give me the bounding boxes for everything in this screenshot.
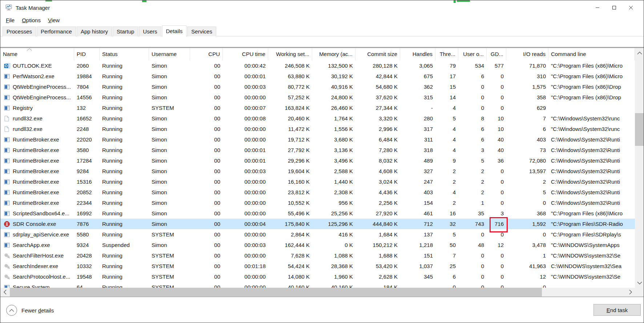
cell: 23,812 K: [268, 187, 312, 198]
screenshot-artifact: [454, 0, 456, 3]
vertical-scrollbar[interactable]: [635, 48, 644, 288]
scroll-up-icon[interactable]: [635, 48, 644, 57]
cell: 40,916 K: [312, 81, 355, 92]
cell: 151: [400, 250, 435, 261]
table-row[interactable]: SearchProtocolHost.e...19548RunningSYSTE…: [0, 271, 635, 282]
column-header-commit-size[interactable]: Commit size: [355, 48, 400, 60]
cell: 403: [400, 187, 435, 198]
column-header-username[interactable]: Username: [149, 48, 190, 60]
table-row[interactable]: SearchApp.exe9324SuspendedSimon0000:00:0…: [0, 240, 635, 250]
horizontal-scrollbar-thumb[interactable]: [10, 288, 542, 296]
tab-processes[interactable]: Processes: [3, 27, 36, 36]
fewer-details-label: Fewer details: [21, 307, 54, 314]
cell: 80,772 K: [268, 81, 312, 92]
table-row[interactable]: RuntimeBroker.exe15316RunningSimon0000:0…: [0, 176, 635, 187]
tab-users[interactable]: Users: [139, 27, 161, 36]
table-row[interactable]: SDR Console.exe7876RunningSimon0000:00:0…: [0, 219, 635, 229]
cell: 00:00:00: [223, 208, 268, 219]
scroll-right-icon[interactable]: [626, 288, 635, 296]
column-header-cpu-time[interactable]: CPU time: [223, 48, 268, 60]
scroll-down-icon[interactable]: [635, 278, 644, 288]
tab-details[interactable]: Details: [162, 25, 187, 37]
cell: 00:00:08: [223, 113, 268, 124]
table-row[interactable]: rundll32.exe2248RunningSimon0000:00:0011…: [0, 124, 635, 134]
table-row[interactable]: QtWebEngineProcess...14556RunningSimon00…: [0, 92, 635, 103]
column-header-cpu[interactable]: CPU: [190, 48, 223, 60]
cell: 132,500 K: [312, 60, 355, 71]
table-row[interactable]: rundll32.exe16652RunningSimon0000:00:082…: [0, 113, 635, 124]
cell: 12: [487, 240, 506, 250]
maximize-button[interactable]: [606, 0, 623, 15]
column-header-thre[interactable]: Thre...: [435, 48, 458, 60]
cell: 17: [435, 71, 458, 81]
table-row[interactable]: RuntimeBroker.exe22020RunningSimon0000:0…: [0, 134, 635, 145]
cell: 0: [458, 271, 487, 282]
table-row[interactable]: PerfWatson2.exe19884RunningSimon0000:00:…: [0, 71, 635, 81]
cell: 0: [487, 71, 506, 81]
cell: [400, 282, 435, 288]
cell: 14: [435, 92, 458, 103]
tab-services[interactable]: Services: [187, 27, 216, 36]
cell: 79: [435, 60, 458, 71]
table-row[interactable]: RuntimeBroker.exe17284RunningSimon0000:0…: [0, 155, 635, 166]
cell: 2248: [74, 124, 100, 134]
column-header-working-set[interactable]: Working set...: [268, 48, 312, 60]
cell: 3580: [74, 145, 100, 155]
cell-name: RuntimeBroker.exe: [0, 187, 74, 198]
table-row[interactable]: SearchIndexer.exe10332RunningSYSTEM0000:…: [0, 261, 635, 271]
tab-startup[interactable]: Startup: [113, 27, 138, 36]
vertical-scrollbar-thumb[interactable]: [635, 113, 644, 146]
cell: "C:\WINDOWS\system32\Se: [548, 271, 635, 282]
tab-performance[interactable]: Performance: [37, 27, 76, 36]
process-name: PerfWatson2.exe: [13, 71, 55, 81]
cell: 2: [458, 176, 487, 187]
column-header-pid[interactable]: PID: [74, 48, 100, 60]
cell: 36: [487, 155, 506, 166]
column-header-command-line[interactable]: Command line: [548, 48, 635, 60]
table-row[interactable]: SearchFilterHost.exe20428RunningSYSTEM00…: [0, 250, 635, 261]
column-header-handles[interactable]: Handles: [400, 48, 435, 60]
fewer-details-button[interactable]: Fewer details: [6, 305, 54, 316]
table-row[interactable]: RuntimeBroker.exe20852RunningSimon0000:0…: [0, 187, 635, 198]
table-row[interactable]: RuntimeBroker.exe9284RunningSimon0000:00…: [0, 166, 635, 176]
column-header-user-o[interactable]: User o...: [458, 48, 487, 60]
column-header-label: Commit size: [367, 51, 397, 57]
column-header-name[interactable]: Name: [0, 48, 74, 60]
cell-name: QtWebEngineProcess...: [0, 81, 74, 92]
minimize-button[interactable]: [589, 0, 606, 15]
table-row[interactable]: ScriptedSandbox64.e...16992RunningSimon0…: [0, 208, 635, 219]
table-row[interactable]: OOUTLOOK.EXE2060RunningSimon0000:00:4224…: [0, 60, 635, 71]
table-row[interactable]: Secure System64RunningSYSTEM0000:00:0040…: [0, 282, 635, 288]
menu-view[interactable]: View: [45, 16, 62, 24]
table-row[interactable]: QtWebEngineProcess...7804RunningSimon000…: [0, 81, 635, 92]
cell: 1,684 K: [355, 229, 400, 240]
end-task-button[interactable]: End task: [593, 304, 641, 316]
cell: 00:00:00: [223, 176, 268, 187]
table-row[interactable]: RuntimeBroker.exe22344RunningSimon0000:0…: [0, 198, 635, 208]
horizontal-scrollbar[interactable]: [0, 288, 635, 296]
cell: 8: [458, 113, 487, 124]
column-header-memory-ac[interactable]: Memory (ac...: [312, 48, 355, 60]
cell: 22020: [74, 134, 100, 145]
cell: 315: [400, 92, 435, 103]
table-row[interactable]: Registry132RunningSYSTEM0000:00:07163,82…: [0, 103, 635, 113]
menu-file[interactable]: File: [3, 16, 17, 24]
menu-options[interactable]: Options: [19, 16, 43, 24]
table-row[interactable]: RuntimeBroker.exe3580RunningSimon0000:00…: [0, 145, 635, 155]
cell: 3: [458, 145, 487, 155]
cell: 00: [190, 271, 223, 282]
cell: 0: [487, 271, 506, 282]
cell: "C:\Program Files (x86)\Drop: [548, 81, 635, 92]
table-row[interactable]: sdrplay_apiService.exe5580RunningSYSTEM0…: [0, 229, 635, 240]
tab-app-history[interactable]: App history: [77, 27, 112, 36]
column-header-status[interactable]: Status: [100, 48, 149, 60]
document-icon: [4, 126, 11, 132]
cell: 40: [487, 134, 506, 145]
cell: 29,296 K: [268, 155, 312, 166]
scroll-left-icon[interactable]: [0, 288, 9, 296]
cell: Simon: [149, 134, 190, 145]
column-header-i-o-reads[interactable]: I/O reads: [506, 48, 548, 60]
column-header-gd[interactable]: GD...: [487, 48, 506, 60]
close-button[interactable]: [623, 0, 639, 15]
app-window-icon: [4, 179, 11, 185]
